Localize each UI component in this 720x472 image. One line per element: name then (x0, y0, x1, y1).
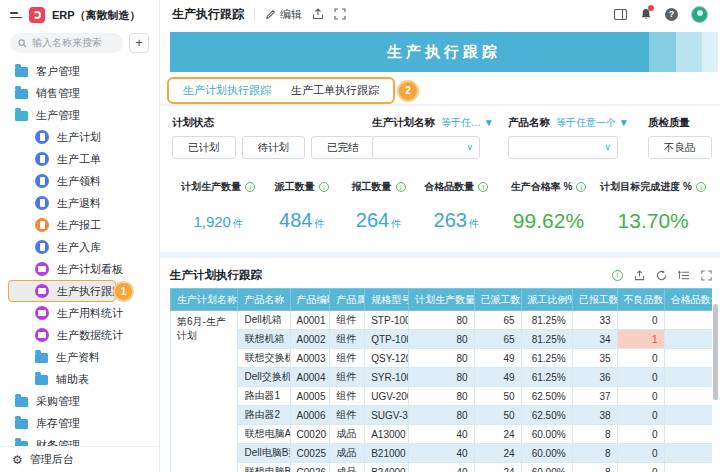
status-option-2[interactable]: 已完结 (311, 136, 375, 159)
add-button[interactable]: + (129, 33, 149, 53)
column-header-5[interactable]: 计划生产数量 (409, 289, 474, 311)
admin-backend-link[interactable]: ⚙ 管理后台 (0, 446, 159, 472)
table-cell: 1 (617, 330, 664, 349)
table-row-1[interactable]: 联想机箱A0002组件QTP-100806581.25%341 (171, 330, 713, 349)
column-header-10[interactable]: 合格品数量 (664, 289, 712, 311)
sidebar-item-10[interactable]: 生产执行跟踪1 (8, 280, 116, 302)
table-cell (664, 330, 712, 349)
table-toolbar: i (612, 270, 712, 281)
table-cell: 61.25% (521, 368, 572, 387)
info-icon[interactable]: i (612, 270, 623, 281)
tab-0[interactable]: 生产计划执行跟踪 (173, 80, 281, 101)
table-title: 生产计划执行跟踪 (170, 268, 262, 283)
sidebar-item-4[interactable]: 生产工单 (8, 148, 153, 170)
vertical-scrollbar[interactable] (713, 304, 718, 400)
table-row-6[interactable]: 联想电脑A型C0020成品A13000402460.00%80 (171, 425, 713, 444)
collapse-menu-icon[interactable] (10, 12, 22, 18)
column-header-0[interactable]: 生产计划名称 (171, 289, 238, 311)
filter-bar: 计划状态 已计划待计划已完结 生产计划名称 等于任… ▼ ∨ 产品名称 等于任意… (172, 115, 708, 159)
column-header-2[interactable]: 产品编码 (290, 289, 330, 311)
sidebar-item-7[interactable]: 生产报工 (8, 214, 153, 236)
refresh-icon[interactable] (656, 270, 667, 281)
app-logo (29, 7, 45, 23)
column-header-8[interactable]: 已报工数量 (572, 289, 617, 311)
table-cell: 40 (409, 463, 474, 472)
sidebar-item-16[interactable]: 库存管理 (8, 412, 153, 434)
table-cell: A0001 (290, 311, 330, 330)
column-header-7[interactable]: 派工比例% (521, 289, 572, 311)
plan-name-operator[interactable]: 等于任… ▼ (441, 116, 494, 130)
table-cell: 36 (572, 368, 617, 387)
help-icon[interactable]: ? (665, 8, 678, 21)
kpi-value: 484件 (262, 209, 341, 232)
sidebar: ERP（离散制造） 输入名称来搜索 + 客户管理销售管理生产管理生产计划生产工单… (0, 0, 160, 472)
table-cell (664, 349, 712, 368)
column-header-6[interactable]: 已派工数量 (474, 289, 521, 311)
table-row-3[interactable]: Dell交换机A0004组件SYR-100804961.25%360 (171, 368, 713, 387)
folder-icon (35, 375, 48, 385)
status-option-1[interactable]: 待计划 (242, 136, 306, 159)
table-row-8[interactable]: 联想电脑B型C0026成品B24000402460.00%80 (171, 463, 713, 472)
table-scroll-area[interactable]: 生产计划名称产品名称产品编码产品属性规格型号计划生产数量已派工数量派工比例%已报… (170, 288, 712, 472)
sidebar-item-13[interactable]: 生产资料 (8, 346, 153, 368)
expand-icon[interactable] (701, 270, 712, 281)
defective-filter-button[interactable]: 不良品 (648, 136, 712, 159)
notifications-button[interactable] (640, 8, 652, 21)
product-name-select[interactable]: ∨ (508, 136, 618, 159)
table-cell (664, 368, 712, 387)
column-header-3[interactable]: 产品属性 (330, 289, 365, 311)
search-input[interactable]: 输入名称来搜索 (10, 33, 123, 53)
edit-button[interactable]: 编辑 (265, 7, 302, 22)
sidebar-item-2[interactable]: 生产管理 (8, 104, 153, 126)
export-icon[interactable] (634, 270, 645, 281)
product-name-operator[interactable]: 等于任意一个 ▼ (556, 116, 629, 130)
sidebar-item-label: 生产报工 (57, 218, 101, 233)
table-row-5[interactable]: 路由器2A0006组件SUGV-305805062.50%380 (171, 406, 713, 425)
sidebar-item-17[interactable]: 财务管理 (8, 434, 153, 446)
info-icon[interactable]: i (696, 182, 706, 192)
table-row-0[interactable]: 第6月-生产计划Dell机箱A0001组件STP-100806581.25%33… (171, 311, 713, 330)
sidebar-item-14[interactable]: 辅助表 (8, 368, 153, 390)
sidebar-item-1[interactable]: 销售管理 (8, 82, 153, 104)
tab-1[interactable]: 生产工单执行跟踪 (281, 80, 389, 101)
table-cell: 8 (572, 425, 617, 444)
info-icon[interactable]: i (245, 182, 255, 192)
sidebar-item-6[interactable]: 生产退料 (8, 192, 153, 214)
sidebar-item-11[interactable]: 生产用料统计 (8, 302, 153, 324)
fullscreen-button[interactable] (334, 8, 346, 20)
sidebar-item-label: 生产管理 (36, 108, 80, 123)
table-row-7[interactable]: Dell电脑B型C0025成品B21000402460.00%80 (171, 444, 713, 463)
plan-name-select[interactable]: ∨ (372, 136, 480, 159)
column-settings-icon[interactable] (678, 270, 690, 281)
table-cell: Dell机箱 (238, 311, 290, 330)
document-icon (35, 130, 49, 144)
plan-name-label: 生产计划名称 (372, 116, 435, 130)
page-title: 生产执行跟踪 (172, 6, 244, 23)
sidebar-item-3[interactable]: 生产计划 (8, 126, 153, 148)
sidebar-item-label: 客户管理 (36, 64, 80, 79)
share-button[interactable] (312, 8, 324, 20)
table-cell: 0 (617, 387, 664, 406)
chart-icon (35, 328, 49, 342)
table-row-2[interactable]: 联想交换机A0003组件QSY-120804961.25%350 (171, 349, 713, 368)
info-icon[interactable]: i (576, 182, 586, 192)
info-icon[interactable]: i (396, 182, 406, 192)
sidebar-item-12[interactable]: 生产数据统计 (8, 324, 153, 346)
sidebar-item-0[interactable]: 客户管理 (8, 60, 153, 82)
sidebar-item-9[interactable]: 生产计划看板 (8, 258, 153, 280)
main-area: 生产执行跟踪 编辑 ? 生产执行跟踪 (160, 0, 720, 472)
info-icon[interactable]: i (478, 182, 488, 192)
sidebar-item-8[interactable]: 生产入库 (8, 236, 153, 258)
column-header-4[interactable]: 规格型号 (365, 289, 409, 311)
column-header-9[interactable]: 不良品数量 (617, 289, 664, 311)
folder-open-icon (15, 111, 28, 121)
avatar[interactable] (691, 6, 708, 23)
info-icon[interactable]: i (319, 182, 329, 192)
panel-toggle-button[interactable] (614, 9, 627, 20)
column-header-1[interactable]: 产品名称 (238, 289, 290, 311)
table-cell: C0020 (290, 425, 330, 444)
table-row-4[interactable]: 路由器1A0005组件UGV-200805062.50%370 (171, 387, 713, 406)
sidebar-item-15[interactable]: 采购管理 (8, 390, 153, 412)
sidebar-item-5[interactable]: 生产领料 (8, 170, 153, 192)
status-option-0[interactable]: 已计划 (172, 136, 236, 159)
